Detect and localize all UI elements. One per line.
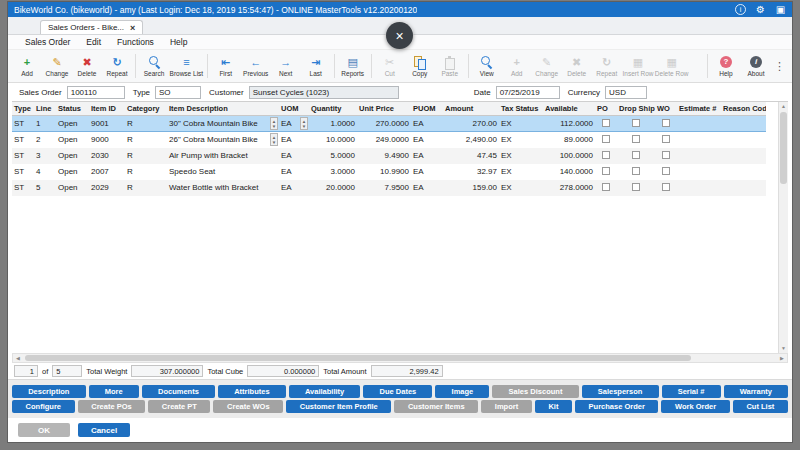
customer-field[interactable]: Sunset Cycles (1023)	[249, 86, 399, 99]
wo-checkbox[interactable]	[662, 135, 670, 143]
toolbar-reports-button[interactable]: ▤ Reports	[338, 51, 368, 81]
po-checkbox[interactable]	[602, 135, 610, 143]
action-button[interactable]: Cut List	[733, 400, 788, 413]
toolbar-next-button[interactable]: → Next	[271, 51, 301, 81]
column-header[interactable]: Quantity	[309, 102, 357, 116]
action-button[interactable]: Serial #	[662, 385, 721, 398]
column-header[interactable]: PUOM	[411, 102, 443, 116]
wo-checkbox[interactable]	[662, 151, 670, 159]
order-line-row[interactable]: ST 2 Open 9000 R 26" Cobra Mountain Bike…	[12, 132, 766, 148]
toolbar-row-change-button[interactable]: ✎ Change	[532, 51, 562, 81]
date-field[interactable]: 07/25/2019	[496, 86, 560, 99]
order-line-row[interactable]: ST 1 Open 9001 R 30" Cobra Mountain Bike…	[12, 116, 766, 132]
toolbar-help-button[interactable]: ? Help	[711, 51, 741, 81]
wo-checkbox[interactable]	[662, 167, 670, 175]
action-button[interactable]: More	[89, 385, 139, 398]
column-header[interactable]: Line	[34, 102, 56, 116]
action-button[interactable]: Configure	[12, 400, 75, 413]
scrollbar-thumb[interactable]	[780, 112, 787, 184]
toolbar-delete-row-button[interactable]: ▦ Delete Row	[654, 51, 689, 81]
order-line-row[interactable]: ST 5 Open 2029 R Water Bottle with Brack…	[12, 180, 766, 196]
column-header[interactable]: WO	[655, 102, 677, 116]
tab-sales-orders[interactable]: Sales Orders - Bike... ×	[40, 20, 143, 34]
action-button[interactable]: Create POs	[78, 400, 146, 413]
menu-functions[interactable]: Functions	[110, 36, 161, 48]
sales-order-field[interactable]: 100110	[67, 86, 125, 99]
spinner-icon[interactable]	[270, 133, 278, 146]
spinner-icon[interactable]	[300, 117, 308, 130]
column-header[interactable]: Reason Code	[721, 102, 766, 116]
menu-edit[interactable]: Edit	[79, 36, 108, 48]
action-button[interactable]: Create WOs	[213, 400, 283, 413]
toolbar-overflow-icon[interactable]: ⋮	[771, 60, 788, 73]
toolbar-copy-button[interactable]: Copy	[405, 51, 435, 81]
menu-help[interactable]: Help	[163, 36, 194, 48]
toolbar-search-button[interactable]: Search	[139, 51, 169, 81]
toolbar-row-delete-button[interactable]: ✖ Delete	[562, 51, 592, 81]
order-line-row[interactable]: ST 3 Open 2030 R Air Pump with Bracket E…	[12, 148, 766, 164]
column-header[interactable]: Status	[56, 102, 89, 116]
toolbar-insert-row-button[interactable]: ▦ Insert Row	[622, 51, 655, 81]
column-header[interactable]: Item Description	[167, 102, 279, 116]
current-line-field[interactable]: 1	[14, 365, 38, 377]
scroll-left-icon[interactable]: ◀	[13, 354, 23, 363]
column-header[interactable]: UOM	[279, 102, 309, 116]
ok-button[interactable]: OK	[18, 423, 70, 437]
toolbar-row-add-button[interactable]: + Add	[502, 51, 532, 81]
wo-checkbox[interactable]	[662, 183, 670, 191]
column-header[interactable]: Type	[12, 102, 34, 116]
po-checkbox[interactable]	[602, 151, 610, 159]
action-button[interactable]: Import	[481, 400, 532, 413]
column-header[interactable]: PO	[595, 102, 617, 116]
dialog-close-button[interactable]: ×	[386, 22, 413, 49]
toolbar-browse-list-button[interactable]: ≡ Browse List	[169, 51, 204, 81]
action-button[interactable]: Create PT	[148, 400, 210, 413]
toolbar-add-button[interactable]: + Add	[12, 51, 42, 81]
action-button[interactable]: Image	[435, 385, 489, 398]
scrollbar-thumb[interactable]	[25, 355, 691, 361]
scroll-down-icon[interactable]: ▼	[779, 344, 788, 353]
toolbar-paste-button[interactable]: Paste	[435, 51, 465, 81]
action-button[interactable]: Customer Item Profile	[286, 400, 391, 413]
vertical-scrollbar[interactable]: ▲ ▼	[778, 102, 788, 353]
scroll-up-icon[interactable]: ▲	[779, 102, 788, 111]
toolbar-first-button[interactable]: ⇤ First	[211, 51, 241, 81]
action-button[interactable]: Attributes	[218, 385, 286, 398]
po-checkbox[interactable]	[602, 183, 610, 191]
toolbar-delete-button[interactable]: ✖ Delete	[72, 51, 102, 81]
wo-checkbox[interactable]	[662, 119, 670, 127]
menu-sales-order[interactable]: Sales Order	[18, 36, 77, 48]
toolbar-about-button[interactable]: i About	[741, 51, 771, 81]
scroll-right-icon[interactable]: ▶	[777, 354, 787, 363]
column-header[interactable]: Estimate #	[677, 102, 721, 116]
po-checkbox[interactable]	[602, 119, 610, 127]
currency-field[interactable]: USD	[605, 86, 647, 99]
po-checkbox[interactable]	[602, 167, 610, 175]
tab-close-icon[interactable]: ×	[130, 24, 135, 32]
spinner-icon[interactable]	[270, 117, 278, 130]
column-header[interactable]: Tax Status	[499, 102, 543, 116]
drop-ship-checkbox[interactable]	[632, 151, 640, 159]
action-button[interactable]: Warranty	[724, 385, 789, 398]
order-line-row[interactable]: ST 4 Open 2007 R Speedo Seat EA 3.0000 1…	[12, 164, 766, 180]
settings-gear-icon[interactable]: ⚙	[755, 4, 766, 15]
column-header[interactable]: Drop Ship	[617, 102, 655, 116]
drop-ship-checkbox[interactable]	[632, 167, 640, 175]
toolbar-previous-button[interactable]: ← Previous	[241, 51, 271, 81]
drop-ship-checkbox[interactable]	[632, 119, 640, 127]
action-button[interactable]: Work Order	[661, 400, 729, 413]
action-button[interactable]: Customer Items	[394, 400, 478, 413]
action-button[interactable]: Purchase Order	[575, 400, 658, 413]
action-button[interactable]: Sales Discount	[492, 385, 578, 398]
action-button[interactable]: Salesperson	[582, 385, 659, 398]
column-header[interactable]: Available	[543, 102, 595, 116]
action-button[interactable]: Due Dates	[363, 385, 432, 398]
toolbar-row-repeat-button[interactable]: ↻ Repeat	[592, 51, 622, 81]
horizontal-scrollbar[interactable]: ◀ ▶	[12, 353, 788, 363]
info-icon[interactable]: i	[735, 4, 746, 15]
drop-ship-checkbox[interactable]	[632, 183, 640, 191]
column-header[interactable]: Unit Price	[357, 102, 411, 116]
column-header[interactable]: Category	[125, 102, 167, 116]
apps-icon[interactable]: ▣	[775, 4, 786, 15]
toolbar-repeat-button[interactable]: ↻ Repeat	[102, 51, 132, 81]
